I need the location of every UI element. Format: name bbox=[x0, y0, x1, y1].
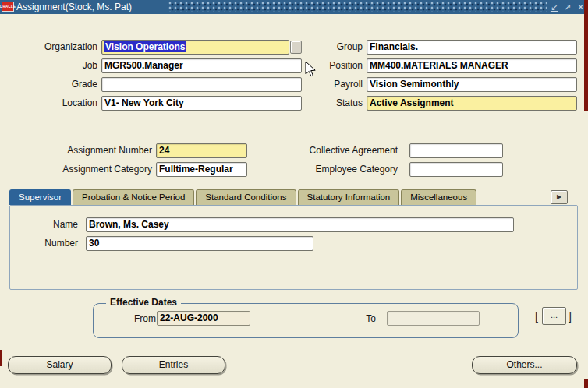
group-label: Group bbox=[291, 40, 363, 55]
assignment-window: ORACLE Assignment(Stock, Ms. Pat) ↙ ↗ ✕ … bbox=[0, 0, 588, 388]
employee-category-field[interactable] bbox=[409, 162, 503, 177]
effective-dates-legend: Effective Dates bbox=[106, 297, 181, 308]
organization-field[interactable]: Vision Operations bbox=[101, 40, 289, 55]
entries-button[interactable]: Entries bbox=[122, 356, 225, 374]
status-label: Status bbox=[291, 96, 363, 111]
group-field[interactable]: Financials. bbox=[367, 40, 577, 55]
payroll-field[interactable]: Vision Semimonthly bbox=[367, 77, 577, 92]
supervisor-name-label: Name bbox=[30, 217, 78, 232]
assignment-number-field[interactable]: 24 bbox=[156, 143, 247, 158]
grade-field[interactable] bbox=[101, 77, 302, 92]
frame-accent-bottom-right bbox=[584, 379, 588, 388]
location-field[interactable]: V1- New York City bbox=[101, 96, 302, 111]
title-bar: ORACLE Assignment(Stock, Ms. Pat) ↙ ↗ ✕ bbox=[0, 0, 588, 14]
salary-button-post: alary bbox=[53, 359, 73, 370]
status-field[interactable]: Active Assignment bbox=[367, 96, 577, 111]
tab-statutory-information[interactable]: Statutory Information bbox=[298, 189, 400, 205]
position-field[interactable]: MM400.MATERIALS MANAGER bbox=[367, 58, 577, 73]
minimize-icon[interactable]: ↙ bbox=[549, 2, 559, 12]
job-label: Job bbox=[14, 58, 97, 73]
entries-button-mnemonic: n bbox=[165, 359, 171, 370]
location-label: Location bbox=[14, 96, 97, 111]
others-button[interactable]: Others... bbox=[472, 356, 577, 374]
assignment-number-label: Assignment Number bbox=[43, 143, 152, 158]
assignment-category-field[interactable]: Fulltime-Regular bbox=[156, 162, 247, 177]
others-button-mnemonic: O bbox=[506, 359, 513, 370]
flexfield-close-bracket: ] bbox=[569, 309, 572, 324]
tab-miscellaneous[interactable]: Miscellaneous bbox=[401, 189, 476, 205]
tab-scroll-right-button[interactable]: ▶ bbox=[551, 190, 568, 204]
tab-standard-conditions[interactable]: Standard Conditions bbox=[196, 189, 296, 205]
to-date-field[interactable] bbox=[387, 311, 480, 326]
tab-supervisor[interactable]: Supervisor bbox=[9, 189, 71, 205]
flexfield-ellipsis-button[interactable]: ... bbox=[542, 307, 566, 325]
salary-button[interactable]: Salary bbox=[8, 356, 112, 374]
employee-category-label: Employee Category bbox=[275, 162, 398, 177]
oracle-logo-icon: ORACLE bbox=[2, 2, 14, 12]
supervisor-name-field[interactable]: Brown, Ms. Casey bbox=[86, 217, 514, 232]
flexfield-open-bracket: [ bbox=[535, 309, 538, 324]
titlebar-pattern bbox=[168, 2, 547, 12]
entries-button-pre: E bbox=[159, 359, 165, 370]
job-field[interactable]: MGR500.Manager bbox=[101, 58, 302, 73]
effective-dates-group: Effective Dates From 22-AUG-2000 To bbox=[93, 303, 519, 338]
collective-agreement-label: Collective Agreement bbox=[275, 143, 398, 158]
to-label: To bbox=[328, 312, 376, 326]
from-date-field[interactable]: 22-AUG-2000 bbox=[157, 311, 250, 326]
supervisor-number-label: Number bbox=[30, 236, 78, 251]
salary-button-mnemonic: S bbox=[46, 359, 52, 370]
grade-label: Grade bbox=[14, 77, 97, 92]
collective-agreement-field[interactable] bbox=[409, 143, 503, 158]
entries-button-post: tries bbox=[171, 359, 189, 370]
window-controls: ↙ ↗ ✕ bbox=[549, 0, 586, 14]
organization-label: Organization bbox=[14, 40, 97, 55]
organization-value: Vision Operations bbox=[104, 41, 186, 52]
from-label: From bbox=[115, 312, 156, 326]
position-label: Position bbox=[291, 58, 363, 73]
supervisor-number-field[interactable]: 30 bbox=[86, 236, 313, 251]
others-button-post: thers... bbox=[514, 359, 543, 370]
payroll-label: Payroll bbox=[291, 77, 363, 92]
frame-accent-bottom-left bbox=[0, 350, 2, 366]
tab-probation-notice-period[interactable]: Probation & Notice Period bbox=[73, 189, 194, 205]
maximize-icon[interactable]: ↗ bbox=[562, 2, 572, 12]
window-title: Assignment(Stock, Ms. Pat) bbox=[16, 0, 132, 14]
tab-bar: Supervisor Probation & Notice Period Sta… bbox=[9, 189, 476, 205]
chevron-right-icon: ▶ bbox=[557, 193, 561, 200]
frame-accent-right bbox=[584, 0, 588, 111]
assignment-category-label: Assignment Category bbox=[43, 162, 152, 177]
